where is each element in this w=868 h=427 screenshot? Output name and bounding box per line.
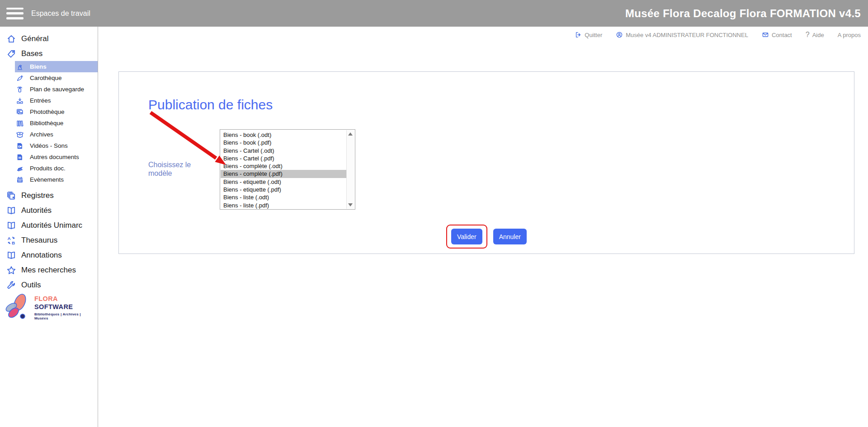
workspace-label: Espaces de travail bbox=[31, 9, 90, 18]
app-title: Musée Flora Decalog Flora FORMATION v4.5 bbox=[625, 0, 861, 27]
sidebar-item-evenements[interactable]: Evènements bbox=[15, 174, 98, 185]
sidebar-item-entrees[interactable]: Entrées bbox=[15, 95, 98, 106]
sidebar-item-biens[interactable]: Biens bbox=[15, 61, 98, 72]
tag-icon bbox=[5, 48, 17, 59]
template-listbox[interactable]: Biens - book (.odt) Biens - book (.pdf) … bbox=[220, 129, 355, 210]
annuler-button[interactable]: Annuler bbox=[493, 229, 527, 244]
books-icon bbox=[15, 118, 24, 128]
template-option[interactable]: Biens - Cartel (.pdf) bbox=[221, 155, 347, 162]
butterfly-logo-icon bbox=[3, 292, 31, 322]
svg-text:A: A bbox=[7, 236, 10, 241]
valider-button[interactable]: Valider bbox=[451, 229, 482, 244]
contact-link[interactable]: Contact bbox=[762, 31, 792, 38]
video-file-icon bbox=[15, 141, 24, 150]
sidebar-item-registres[interactable]: Registres bbox=[0, 188, 98, 203]
logo-tagline: Bibliothèques | Archives | Musées bbox=[34, 312, 93, 320]
template-option[interactable]: Biens - etiquette (.pdf) bbox=[221, 186, 347, 193]
annotation-highlight-box: Valider bbox=[446, 225, 487, 249]
sidebar-item-bibliotheque[interactable]: Bibliothèque bbox=[15, 117, 98, 129]
scroll-up-icon[interactable] bbox=[348, 132, 353, 136]
wrench-icon bbox=[5, 279, 17, 291]
sidebar-item-plan-sauvegarde[interactable]: Plan de sauvegarde bbox=[15, 84, 98, 95]
page-title: Publication de fiches bbox=[148, 97, 273, 113]
open-book-icon bbox=[5, 249, 17, 261]
photo-icon bbox=[15, 107, 24, 117]
template-option[interactable]: Biens - etiquette (.odt) bbox=[221, 178, 347, 186]
sidebar-item-autorites-unimarc[interactable]: Autorités Unimarc bbox=[0, 218, 98, 233]
archive-box-icon bbox=[15, 130, 24, 139]
sub-header: Quitter Musée v4 ADMINISTRATEUR FONCTION… bbox=[98, 27, 868, 43]
user-account-link[interactable]: Musée v4 ADMINISTRATEUR FONCTIONNEL bbox=[616, 31, 748, 38]
publication-panel: Publication de fiches Choisissez le modè… bbox=[118, 71, 854, 254]
quitter-link[interactable]: Quitter bbox=[575, 31, 602, 38]
sidebar-item-annotations[interactable]: Annotations bbox=[0, 248, 98, 263]
flora-software-logo: FLORA SOFTWARE Bibliothèques | Archives … bbox=[3, 292, 93, 322]
logo-brand-flora: FLORA bbox=[34, 295, 57, 302]
top-bar: Espaces de travail Musée Flora Decalog F… bbox=[0, 0, 868, 27]
apropos-link[interactable]: A propos bbox=[838, 32, 861, 38]
template-option[interactable]: Biens - book (.odt) bbox=[221, 131, 347, 139]
sidebar-item-outils[interactable]: Outils bbox=[0, 277, 98, 292]
sidebar-item-bases[interactable]: Bases bbox=[0, 46, 98, 61]
sidebar-item-videos-sons[interactable]: Vidéos - Sons bbox=[15, 140, 98, 151]
statue-icon bbox=[15, 62, 24, 71]
sidebar-item-archives[interactable]: Archives bbox=[15, 129, 98, 140]
sidebar-item-general[interactable]: Général bbox=[0, 31, 98, 46]
listbox-scrollbar[interactable] bbox=[346, 130, 354, 209]
template-option[interactable]: Biens - Cartel (.odt) bbox=[221, 147, 347, 155]
scroll-down-icon[interactable] bbox=[348, 203, 353, 206]
sort-alpha-icon: AB bbox=[5, 235, 17, 246]
user-icon bbox=[616, 31, 623, 38]
sidebar-item-carotheque[interactable]: Carothèque bbox=[15, 72, 98, 84]
mail-icon bbox=[762, 31, 769, 38]
document-file-icon bbox=[15, 152, 24, 162]
template-option[interactable]: Biens - liste (.pdf) bbox=[221, 202, 347, 209]
copies-icon bbox=[5, 190, 17, 201]
aide-link[interactable]: ? Aide bbox=[806, 31, 824, 39]
sidebar-item-autorites[interactable]: Autorités bbox=[0, 203, 98, 218]
template-option[interactable]: Biens - liste (.odt) bbox=[221, 193, 347, 201]
logo-brand-software: SOFTWARE bbox=[34, 303, 73, 310]
svg-text:B: B bbox=[12, 240, 15, 245]
template-field-label: Choisissez le modèle bbox=[148, 160, 192, 178]
hamburger-menu-icon[interactable] bbox=[6, 8, 24, 19]
sidebar-item-produits-doc[interactable]: Produits doc. bbox=[15, 163, 98, 174]
open-book-icon bbox=[5, 205, 17, 216]
fire-extinguisher-icon bbox=[15, 84, 24, 94]
template-option[interactable]: Biens - book (.pdf) bbox=[221, 139, 347, 146]
calendar-icon bbox=[15, 175, 24, 184]
home-icon bbox=[5, 33, 17, 44]
star-icon bbox=[5, 264, 17, 276]
inbox-download-icon bbox=[15, 96, 24, 105]
sidebar-item-mes-recherches[interactable]: Mes recherches bbox=[0, 263, 98, 277]
sidebar-item-thesaurus[interactable]: AB Thesaurus bbox=[0, 233, 98, 248]
sidebar-item-phototheque[interactable]: Photothèque bbox=[15, 106, 98, 117]
question-mark-icon: ? bbox=[806, 31, 810, 39]
papers-stack-icon bbox=[15, 164, 24, 173]
logout-icon bbox=[575, 31, 582, 38]
template-option[interactable]: Biens - complète (.odt) bbox=[221, 162, 347, 170]
open-book-icon bbox=[5, 220, 17, 231]
sidebar: Général Bases Biens Carothèque Plan de s… bbox=[0, 27, 98, 427]
template-option-selected[interactable]: Biens - complète (.pdf) bbox=[221, 170, 347, 178]
carrot-icon bbox=[15, 73, 24, 83]
sidebar-item-autres-documents[interactable]: Autres documents bbox=[15, 151, 98, 163]
